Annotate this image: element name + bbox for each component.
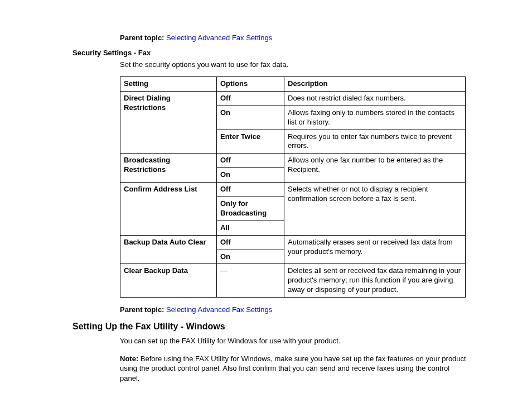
- header-setting: Setting: [120, 77, 217, 92]
- cell-setting: Confirm Address List: [120, 183, 217, 236]
- cell-option: On: [217, 250, 284, 264]
- cell-option: Off: [217, 183, 284, 197]
- page-content: Parent topic: Selecting Advanced Fax Set…: [0, 0, 532, 412]
- note-label: Note:: [120, 354, 138, 363]
- paragraph: You can set up the FAX Utility for Windo…: [120, 336, 468, 346]
- section-heading: Security Settings - Fax: [72, 49, 468, 57]
- table-row: Direct Dialing Restrictions Off Does not…: [120, 91, 466, 106]
- table-row: Clear Backup Data — Deletes all sent or …: [120, 264, 466, 298]
- settings-table: Setting Options Description Direct Diali…: [120, 76, 466, 298]
- cell-option: Off: [217, 91, 284, 106]
- cell-option: Only for Broadcasting: [217, 197, 284, 221]
- cell-setting: Direct Dialing Restrictions: [120, 91, 217, 153]
- header-options: Options: [217, 77, 284, 92]
- cell-option: On: [217, 106, 284, 130]
- cell-option: Off: [217, 235, 284, 250]
- cell-description: Requires you to enter fax numbers twice …: [284, 130, 466, 154]
- header-description: Description: [284, 77, 466, 92]
- cell-description: Automatically erases sent or received fa…: [284, 235, 466, 264]
- table-row: Backup Data Auto Clear Off Automatically…: [120, 235, 466, 250]
- parent-topic-label: Parent topic:: [120, 33, 164, 42]
- cell-setting: Broadcasting Restrictions: [120, 154, 217, 183]
- cell-setting: Clear Backup Data: [120, 264, 217, 298]
- table-row: Confirm Address List Off Selects whether…: [120, 183, 466, 197]
- cell-option: Off: [217, 154, 284, 168]
- cell-option: Enter Twice: [217, 130, 284, 154]
- cell-description: Selects whether or not to display a reci…: [284, 183, 466, 236]
- cell-setting: Backup Data Auto Clear: [120, 235, 217, 264]
- cell-option: On: [217, 168, 284, 183]
- section-intro: Set the security options you want to use…: [120, 60, 468, 69]
- cell-option: —: [217, 264, 284, 298]
- parent-topic-bottom: Parent topic: Selecting Advanced Fax Set…: [120, 305, 468, 314]
- parent-topic-label: Parent topic:: [120, 305, 164, 314]
- parent-topic-link[interactable]: Selecting Advanced Fax Settings: [166, 305, 272, 314]
- cell-description: Allows faxing only to numbers stored in …: [284, 106, 466, 130]
- cell-description: Deletes all sent or received fax data re…: [284, 264, 466, 298]
- table-row: Broadcasting Restrictions Off Allows onl…: [120, 154, 466, 168]
- heading-setting-up-fax: Setting Up the Fax Utility - Windows: [72, 322, 468, 332]
- cell-option: All: [217, 221, 284, 235]
- parent-topic-top: Parent topic: Selecting Advanced Fax Set…: [120, 33, 468, 42]
- table-header-row: Setting Options Description: [120, 77, 466, 92]
- cell-description: Allows only one fax number to be entered…: [284, 154, 466, 183]
- note-paragraph: Note: Before using the FAX Utility for W…: [120, 354, 468, 384]
- parent-topic-link[interactable]: Selecting Advanced Fax Settings: [166, 33, 272, 42]
- cell-description: Does not restrict dialed fax numbers.: [284, 91, 466, 106]
- note-text: Before using the FAX Utility for Windows…: [120, 354, 466, 382]
